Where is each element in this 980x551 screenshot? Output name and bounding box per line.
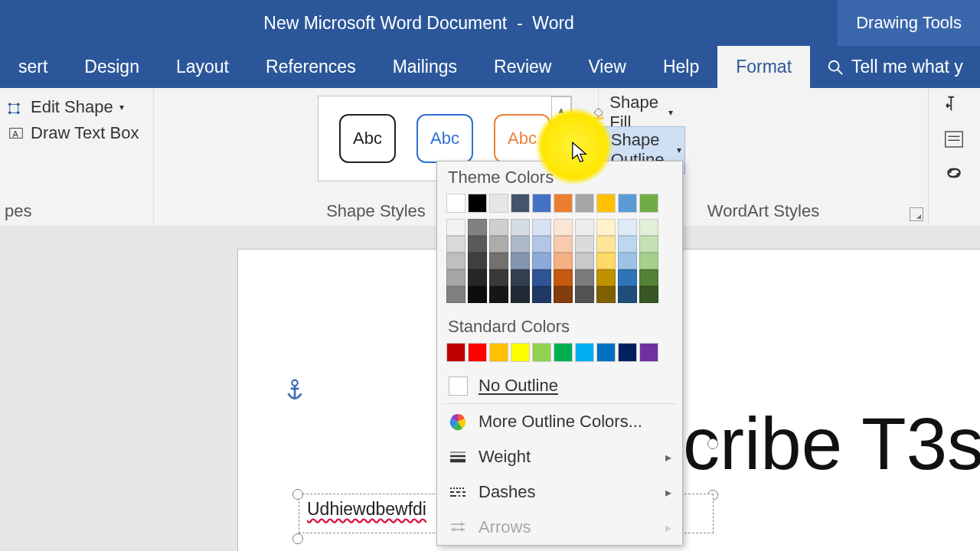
color-swatch[interactable] <box>532 194 551 213</box>
tab-insert[interactable]: sert <box>0 46 66 88</box>
color-swatch[interactable] <box>446 219 466 236</box>
color-swatch[interactable] <box>511 194 530 213</box>
color-swatch[interactable] <box>618 219 637 236</box>
color-swatch[interactable] <box>618 194 637 213</box>
edit-shape-button[interactable]: Edit Shape ▾ <box>0 94 153 120</box>
color-swatch[interactable] <box>575 286 594 303</box>
color-swatch[interactable] <box>511 286 530 303</box>
color-swatch[interactable] <box>618 286 637 303</box>
color-swatch[interactable] <box>596 194 616 213</box>
color-swatch[interactable] <box>575 269 594 286</box>
color-swatch[interactable] <box>639 236 658 253</box>
color-swatch[interactable] <box>489 219 508 236</box>
color-swatch[interactable] <box>596 286 616 303</box>
selection-handle[interactable] <box>707 439 718 449</box>
shape-style-preset-2[interactable]: Abc <box>416 114 473 163</box>
color-swatch[interactable] <box>446 194 466 213</box>
color-swatch[interactable] <box>511 343 530 362</box>
color-swatch[interactable] <box>639 219 658 236</box>
color-swatch[interactable] <box>446 269 466 286</box>
color-swatch[interactable] <box>618 343 637 362</box>
color-swatch[interactable] <box>468 269 487 286</box>
color-swatch[interactable] <box>489 269 508 286</box>
color-swatch[interactable] <box>639 194 658 213</box>
color-swatch[interactable] <box>554 219 573 236</box>
wordart-dialog-launcher[interactable] <box>910 207 923 221</box>
color-swatch[interactable] <box>532 269 551 286</box>
dashes-label: Dashes <box>479 482 536 502</box>
color-swatch[interactable] <box>554 236 573 253</box>
align-text-button[interactable] <box>933 125 975 154</box>
color-swatch[interactable] <box>532 343 551 362</box>
color-swatch[interactable] <box>618 236 637 253</box>
color-swatch[interactable] <box>532 219 551 236</box>
tab-layout[interactable]: Layout <box>158 46 247 88</box>
shape-style-preset-3[interactable]: Abc <box>494 114 550 163</box>
color-swatch[interactable] <box>489 194 508 213</box>
color-swatch[interactable] <box>639 253 658 269</box>
color-swatch[interactable] <box>575 343 594 362</box>
gallery-scroll-up-button[interactable]: ▲ <box>551 96 571 125</box>
outline-dashes-item[interactable]: Dashes ▸ <box>437 474 682 510</box>
color-swatch[interactable] <box>532 236 551 253</box>
color-swatch[interactable] <box>618 269 637 286</box>
tab-references[interactable]: References <box>247 46 374 88</box>
color-swatch[interactable] <box>575 219 594 236</box>
shape-style-preset-1[interactable]: Abc <box>339 114 396 163</box>
color-swatch[interactable] <box>489 286 508 303</box>
color-swatch[interactable] <box>575 194 594 213</box>
color-swatch[interactable] <box>446 343 466 362</box>
gallery-scroll-down-button[interactable]: ▼ <box>551 125 571 153</box>
color-swatch[interactable] <box>639 343 658 362</box>
tab-format[interactable]: Format <box>717 46 810 88</box>
color-swatch[interactable] <box>596 343 616 362</box>
text-direction-button[interactable] <box>933 91 975 120</box>
selection-handle[interactable] <box>292 533 303 544</box>
color-swatch[interactable] <box>575 236 594 253</box>
color-swatch[interactable] <box>639 286 658 303</box>
draw-text-box-button[interactable]: A Draw Text Box <box>0 120 153 146</box>
color-swatch[interactable] <box>468 253 487 269</box>
color-swatch[interactable] <box>596 236 616 253</box>
color-swatch[interactable] <box>511 269 530 286</box>
color-swatch[interactable] <box>468 343 487 362</box>
color-swatch[interactable] <box>554 253 573 269</box>
color-swatch[interactable] <box>596 269 616 286</box>
color-swatch[interactable] <box>468 194 487 213</box>
color-swatch[interactable] <box>446 253 466 269</box>
text-box-icon: A <box>8 125 24 142</box>
tab-review[interactable]: Review <box>475 46 570 88</box>
color-swatch[interactable] <box>489 236 508 253</box>
color-swatch[interactable] <box>511 236 530 253</box>
color-swatch[interactable] <box>596 219 616 236</box>
color-swatch[interactable] <box>639 269 658 286</box>
color-swatch[interactable] <box>596 253 616 269</box>
color-swatch[interactable] <box>489 253 508 269</box>
no-outline-item[interactable]: No Outline <box>437 368 682 403</box>
color-swatch[interactable] <box>618 253 637 269</box>
tab-view[interactable]: View <box>570 46 644 88</box>
color-swatch[interactable] <box>554 343 573 362</box>
color-swatch[interactable] <box>446 286 466 303</box>
outline-weight-item[interactable]: Weight ▸ <box>437 439 682 474</box>
color-swatch[interactable] <box>468 286 487 303</box>
color-swatch[interactable] <box>511 219 530 236</box>
color-swatch[interactable] <box>532 253 551 269</box>
color-swatch[interactable] <box>532 286 551 303</box>
color-swatch[interactable] <box>554 286 573 303</box>
tab-mailings[interactable]: Mailings <box>374 46 475 88</box>
tab-help[interactable]: Help <box>645 46 717 88</box>
tell-me-search[interactable]: Tell me what y <box>810 57 963 77</box>
color-swatch[interactable] <box>468 236 487 253</box>
tab-design[interactable]: Design <box>66 46 158 88</box>
color-swatch[interactable] <box>446 236 466 253</box>
selection-handle[interactable] <box>292 489 303 500</box>
create-link-button[interactable] <box>933 158 975 187</box>
color-swatch[interactable] <box>468 219 487 236</box>
color-swatch[interactable] <box>575 253 594 269</box>
color-swatch[interactable] <box>554 269 573 286</box>
color-swatch[interactable] <box>489 343 508 362</box>
color-swatch[interactable] <box>554 194 573 213</box>
color-swatch[interactable] <box>511 253 530 269</box>
more-outline-colors-item[interactable]: More Outline Colors... <box>437 404 682 439</box>
